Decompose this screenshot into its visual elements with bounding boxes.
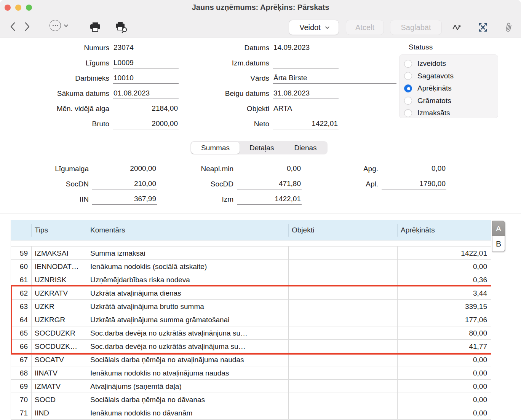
more-options-icon — [50, 20, 61, 31]
iin-input[interactable]: 367,99 — [92, 195, 157, 205]
darbinieks-input[interactable]: 10010 — [113, 74, 179, 84]
komentars-cell: Ienākuma nodoklis no dāvanām — [87, 406, 289, 419]
table-body: 58ATVILKKOPAtvilkumi kopā0,0059IZMAKSAIS… — [11, 240, 491, 420]
field-label: Bruto — [15, 120, 113, 129]
neto-input[interactable]: 1422,01 — [273, 119, 339, 129]
socdn-input[interactable]: 210,00 — [92, 180, 157, 189]
status-option-apr-in-ts[interactable]: Aprēķināts — [404, 83, 498, 93]
table-row-65[interactable]: 65SOCDUZKRSoc.darba devēja no uzkrātās a… — [11, 326, 491, 340]
table-row-58[interactable]: 58ATVILKKOPAtvilkumi kopā0,00 — [11, 240, 491, 247]
table-row-64[interactable]: 64UZKRGRUzkrātā atvaļinājuma summa grāma… — [11, 313, 491, 326]
table-row-62[interactable]: 62UZKRATVUzkrāta atvaļinājuma dienas3,44 — [11, 286, 491, 300]
komentars-cell: Ienākuma nodoklis (sociālā atskaite) — [87, 260, 289, 273]
field-label: IIN — [0, 195, 92, 205]
field-value: 2000,00 — [93, 164, 156, 173]
apg-input[interactable]: 0,00 — [382, 164, 446, 174]
izm-input[interactable]: 1422,01 — [237, 195, 302, 205]
summary-column-1: Līgumalga2000,00SocDN210,00IIN367,99 — [0, 159, 157, 205]
objekti-column-header[interactable]: Objekti — [289, 224, 398, 237]
tips-column-header[interactable]: Tips — [32, 224, 87, 237]
table-row-60[interactable]: 60IENNODAT…Ienākuma nodoklis (sociālā at… — [11, 260, 491, 273]
back-icon[interactable] — [6, 20, 20, 33]
field-value: 31.08.2023 — [273, 89, 310, 97]
tips-cell: UZKRATV — [32, 286, 87, 299]
bruto-input[interactable]: 2000,00 — [113, 119, 179, 129]
forward-icon[interactable] — [20, 20, 34, 33]
tips-cell: IZMAKSAI — [32, 247, 87, 259]
datums-input[interactable]: 14.09.2023 — [273, 43, 339, 53]
apl-input[interactable]: 1790,00 — [382, 180, 446, 189]
m-n-vid-j-alga-input[interactable]: 2184,00 — [113, 104, 179, 114]
table-row-63[interactable]: 63UZKRUzkrātā atvaļinājuma brutto summa3… — [11, 300, 491, 313]
veidot-button[interactable]: Veidot — [289, 20, 339, 35]
view-tabs: SummasDetaļasDienas — [190, 141, 328, 154]
attachment-button[interactable] — [500, 20, 517, 35]
v-rds-input[interactable]: Ārta Birste — [273, 74, 396, 84]
tab-dienas[interactable]: Dienas — [284, 142, 326, 154]
s-kuma-datums-input[interactable]: 01.08.2023 — [113, 89, 179, 99]
table-row-66[interactable]: 66SOCDUZK…Soc.darba devēja no uzkrātās a… — [11, 340, 491, 353]
numurs-input[interactable]: 23074 — [113, 43, 179, 53]
aprekinats-cell: 1422,01 — [398, 247, 491, 259]
l-gums-input[interactable]: L0009 — [113, 59, 179, 68]
table-row-69[interactable]: 69IZMATVAtvaļinājums (saņemtā daļa)0,00 — [11, 380, 491, 393]
row-number: 69 — [11, 380, 32, 393]
aprekinats-cell: 0,00 — [398, 393, 491, 406]
status-option-gr-matots[interactable]: Grāmatots — [404, 96, 498, 106]
aprekinats-cell: 3,44 — [398, 286, 491, 299]
atcelt-button[interactable]: Atcelt — [346, 20, 384, 35]
komentars-column-header[interactable]: Komentārs — [87, 224, 289, 237]
tips-cell: IINATV — [32, 366, 87, 379]
field-value: 367,99 — [93, 195, 156, 203]
komentars-cell: Sociālais darba ņēmēja no dāvanas — [87, 393, 289, 406]
print-button[interactable] — [87, 20, 104, 35]
field-row-beigu-datums: Beigu datums31.08.2023 — [183, 84, 396, 99]
objekti-input[interactable]: ARTA — [273, 104, 339, 114]
activity-button[interactable] — [449, 20, 465, 35]
aprekinats-cell: 177,06 — [398, 313, 491, 326]
tips-cell: IZMATV — [32, 380, 87, 393]
field-value: 210,00 — [93, 180, 156, 188]
matrix-side-tabs: AB — [492, 221, 505, 252]
komentars-cell: Uzņēmējdarbības riska nodeva — [87, 273, 289, 286]
table-row-70[interactable]: 70SOCDSociālais darba ņēmēja no dāvanas0… — [11, 393, 491, 406]
print-preview-button[interactable] — [113, 20, 130, 35]
status-option-izmaks-ts[interactable]: Izmaksāts — [404, 108, 498, 118]
tab-summas[interactable]: Summas — [191, 142, 240, 154]
row-number-column-header[interactable] — [11, 224, 32, 237]
socdd-input[interactable]: 471,80 — [237, 180, 302, 189]
l-gumalga-input[interactable]: 2000,00 — [92, 164, 157, 174]
beigu-datums-input[interactable]: 31.08.2023 — [273, 89, 339, 99]
izm-datums-input[interactable] — [273, 59, 339, 68]
table-row-68[interactable]: 68IINATVIenākuma nodoklis no atvaļinājum… — [11, 366, 491, 380]
table-row-61[interactable]: 61UZNRISKUzņēmējdarbības riska nodeva0,3… — [11, 273, 491, 286]
field-label: Apg. — [293, 165, 382, 174]
matrix-tab-b[interactable]: B — [492, 236, 505, 252]
objekti-cell — [289, 353, 398, 366]
table-row-67[interactable]: 67SOCATVSociālais darba ņēmēja no atvaļi… — [11, 353, 491, 366]
aprekinats-column-header[interactable]: Aprēķināts — [398, 224, 491, 237]
field-value: 14.09.2023 — [273, 43, 310, 51]
table-row-71[interactable]: 71IINDIenākuma nodoklis no dāvanām0,00 — [11, 406, 491, 420]
expand-button[interactable] — [475, 20, 491, 35]
matrix-tab-a[interactable]: A — [492, 221, 505, 236]
table-row-59[interactable]: 59IZMAKSAISumma izmaksai1422,01 — [11, 247, 491, 260]
field-label: Neto — [183, 120, 273, 129]
field-label: Līgums — [15, 59, 113, 68]
tab-deta-as[interactable]: Detaļas — [240, 142, 284, 154]
objekti-cell — [289, 247, 398, 259]
field-row-izm: Izm1422,01 — [149, 189, 302, 205]
neapl-min-input[interactable]: 0,00 — [237, 164, 302, 174]
radio-icon — [404, 109, 412, 117]
saglabat-button[interactable]: Saglabāt — [390, 20, 442, 35]
status-option-izveidots[interactable]: Izveidots — [404, 59, 498, 68]
field-row-l-gumalga: Līgumalga2000,00 — [0, 159, 157, 174]
field-row-numurs: Numurs23074 — [15, 38, 179, 53]
field-row-neto: Neto1422,01 — [183, 114, 396, 129]
more-options-button[interactable] — [50, 20, 67, 31]
status-option-sagatavots[interactable]: Sagatavots — [404, 71, 498, 81]
chevron-down-icon — [325, 25, 329, 29]
field-row-izm-datums: Izm.datums — [183, 53, 396, 68]
row-number: 71 — [11, 406, 32, 419]
field-row-v-rds: VārdsĀrta Birste — [183, 68, 396, 84]
